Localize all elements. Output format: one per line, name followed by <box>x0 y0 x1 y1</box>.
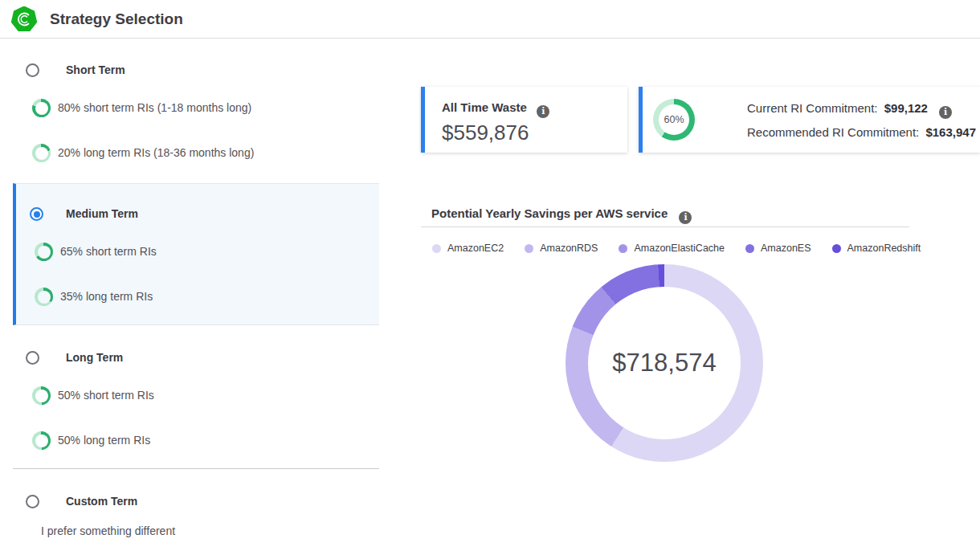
subitem-label: 20% long term RIs (18-36 months long) <box>58 145 254 160</box>
savings-donut-chart[interactable]: $718,574 <box>566 264 763 462</box>
subitem-label: 50% short term RIs <box>58 388 154 402</box>
all-time-waste-card: All Time Waste $559,876 <box>421 87 627 153</box>
legend-item-amazonrds[interactable]: AmazonRDS <box>525 243 598 254</box>
donut-long-term-50a <box>32 386 51 405</box>
legend-item-amazonelasticache[interactable]: AmazonElastiCache <box>619 243 725 254</box>
info-icon[interactable] <box>679 211 692 224</box>
legend-dot <box>525 244 533 253</box>
legend-dot <box>432 244 441 253</box>
subitem-label: 50% long term RIs <box>58 433 150 447</box>
donut-medium-term-35 <box>35 288 53 306</box>
chart-title: Potential Yearly Savings per AWS service <box>431 206 692 224</box>
gauge-percent-label: 60% <box>659 104 689 135</box>
radio-custom-term[interactable] <box>26 495 39 508</box>
group-label-medium-term[interactable]: Medium Term <box>66 207 138 221</box>
app-header: Strategy Selection <box>0 0 980 39</box>
legend-item-amazonec2[interactable]: AmazonEC2 <box>432 243 504 254</box>
chart-legend: AmazonEC2 AmazonRDS AmazonElastiCache Am… <box>432 243 921 254</box>
subitem-label: 35% long term RIs <box>60 289 153 304</box>
section-divider <box>13 468 379 469</box>
waste-card-label: All Time Waste <box>442 100 527 114</box>
donut-medium-term-65 <box>35 243 53 261</box>
legend-dot <box>745 244 754 253</box>
legend-dot <box>832 244 841 253</box>
subitem-label: 80% short term RIs (1-18 months long) <box>58 100 251 115</box>
waste-card-value: $559,876 <box>442 120 529 145</box>
ri-commitment-card: 60% Current RI Commitment: $99,122 Recom… <box>639 87 980 153</box>
legend-item-amazones[interactable]: AmazonES <box>745 243 811 254</box>
current-ri-label: Current RI Commitment: <box>747 101 878 115</box>
group-label-custom-term[interactable]: Custom Term <box>66 495 137 508</box>
page-title: Strategy Selection <box>50 10 183 28</box>
commitment-gauge: 60% <box>653 99 695 141</box>
legend-dot <box>619 244 627 253</box>
recommended-ri-label: Recommended RI Commitment: <box>747 125 919 139</box>
donut-hole: $718,574 <box>588 287 741 439</box>
current-ri-value: $99,122 <box>884 101 928 115</box>
info-icon[interactable] <box>939 106 952 119</box>
donut-long-term-50b <box>32 431 51 450</box>
legend-item-amazonredshift[interactable]: AmazonRedshift <box>832 243 921 254</box>
chart-title-divider <box>421 226 909 227</box>
custom-term-description: I prefer something different <box>41 524 175 538</box>
radio-short-term[interactable] <box>26 63 39 77</box>
donut-short-term-80 <box>32 99 51 117</box>
donut-short-term-20 <box>32 144 51 162</box>
donut-center-value: $718,574 <box>612 349 716 377</box>
cloudcheckr-logo-icon <box>11 6 37 32</box>
info-icon[interactable] <box>537 105 549 118</box>
radio-long-term[interactable] <box>26 351 39 365</box>
subitem-label: 65% short term RIs <box>60 244 157 259</box>
group-label-long-term[interactable]: Long Term <box>66 351 123 365</box>
radio-medium-term[interactable] <box>30 207 43 221</box>
group-label-short-term[interactable]: Short Term <box>66 63 125 77</box>
recommended-ri-value: $163,947 <box>925 125 976 139</box>
